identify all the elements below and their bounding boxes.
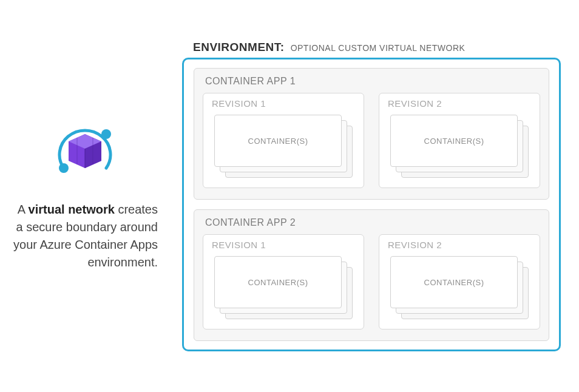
revision-box: REVISION 1 CONTAINER(S) <box>203 234 364 329</box>
desc-bold: virtual network <box>29 203 115 216</box>
container-label: CONTAINER(S) <box>248 137 308 146</box>
revision-title: REVISION 2 <box>388 240 532 250</box>
revision-title: REVISION 1 <box>212 240 356 250</box>
stack-card-front: CONTAINER(S) <box>214 115 342 167</box>
revision-row: REVISION 1 CONTAINER(S) REVISION 2 CONTA… <box>203 93 540 188</box>
container-app-1: CONTAINER APP 1 REVISION 1 CONTAINER(S) … <box>194 68 549 200</box>
revision-box: REVISION 1 CONTAINER(S) <box>203 93 364 188</box>
container-stack: CONTAINER(S) <box>214 256 353 319</box>
stack-card-front: CONTAINER(S) <box>390 256 518 308</box>
revision-title: REVISION 2 <box>388 98 532 109</box>
revision-box: REVISION 2 CONTAINER(S) <box>379 234 540 329</box>
svg-point-0 <box>59 163 69 173</box>
virtual-network-icon <box>52 121 118 184</box>
revision-title: REVISION 1 <box>212 98 356 109</box>
environment-label: ENVIRONMENT: <box>193 41 285 54</box>
description-text: A virtual network creates a secure bound… <box>12 201 158 271</box>
app-title: CONTAINER APP 2 <box>205 217 540 228</box>
environment-box: CONTAINER APP 1 REVISION 1 CONTAINER(S) … <box>182 58 561 351</box>
description-panel: A virtual network creates a secure bound… <box>0 121 182 271</box>
container-label: CONTAINER(S) <box>248 278 308 287</box>
container-label: CONTAINER(S) <box>424 137 484 146</box>
container-stack: CONTAINER(S) <box>390 256 529 319</box>
revision-row: REVISION 1 CONTAINER(S) REVISION 2 CONTA… <box>203 234 540 329</box>
container-app-2: CONTAINER APP 2 REVISION 1 CONTAINER(S) … <box>194 209 549 341</box>
revision-box: REVISION 2 CONTAINER(S) <box>379 93 540 188</box>
stack-card-front: CONTAINER(S) <box>214 256 342 308</box>
diagram-panel: ENVIRONMENT: OPTIONAL CUSTOM VIRTUAL NET… <box>182 35 579 357</box>
environment-sublabel: OPTIONAL CUSTOM VIRTUAL NETWORK <box>291 43 466 53</box>
container-label: CONTAINER(S) <box>424 278 484 287</box>
container-stack: CONTAINER(S) <box>390 115 529 178</box>
svg-point-1 <box>101 129 111 139</box>
environment-header: ENVIRONMENT: OPTIONAL CUSTOM VIRTUAL NET… <box>193 41 561 54</box>
app-title: CONTAINER APP 1 <box>205 76 540 87</box>
container-stack: CONTAINER(S) <box>214 115 353 178</box>
desc-prefix: A <box>18 203 29 216</box>
stack-card-front: CONTAINER(S) <box>390 115 518 167</box>
